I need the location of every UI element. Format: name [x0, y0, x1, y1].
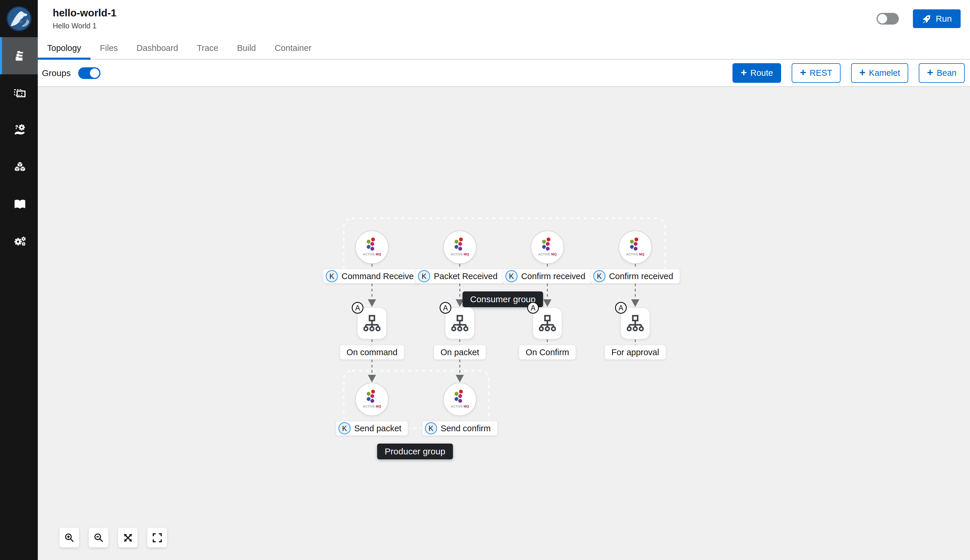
- producer-group-tooltip: Producer group: [377, 443, 453, 459]
- zoom-out-icon: [94, 532, 104, 543]
- activemq-logo-icon: [449, 236, 471, 258]
- node-label-for-approval[interactable]: For approval: [605, 345, 666, 360]
- plus-icon: +: [800, 67, 806, 78]
- sidebar-item-services[interactable]: [0, 112, 38, 148]
- plus-icon: +: [741, 67, 747, 78]
- node-route-for-approval[interactable]: A: [620, 307, 650, 339]
- consumer-group-border: [344, 218, 665, 276]
- node-route-on-confirm[interactable]: A: [532, 307, 562, 339]
- project-header: hello-world-1 Hello World 1 Run: [38, 0, 970, 37]
- activemq-logo-icon: [536, 236, 559, 258]
- node-label-text: On command: [346, 348, 397, 357]
- karavan-app: hello-world-1 Hello World 1 Run Topo: [0, 0, 970, 560]
- kamelet-badge: K: [418, 270, 430, 282]
- groups-toggle-knob: [90, 68, 99, 78]
- node-route-on-packet[interactable]: A: [445, 307, 475, 339]
- tab-trace-label: Trace: [197, 43, 218, 53]
- activemq-logo-icon: [624, 236, 646, 258]
- templates-icon: [13, 86, 27, 100]
- add-kamelet-label: Kamelet: [869, 68, 900, 78]
- tab-trace[interactable]: Trace: [187, 37, 227, 59]
- tab-bar: Topology Files Dashboard Trace Build Con…: [38, 37, 970, 60]
- sitemap-icon: [627, 315, 644, 332]
- sitemap-icon: [363, 315, 380, 332]
- karavan-logo[interactable]: [0, 0, 38, 37]
- canvas-controls: [59, 528, 167, 547]
- sitemap-icon: [539, 315, 556, 332]
- add-kamelet-button[interactable]: + Kamelet: [851, 63, 908, 83]
- expand-arrows-icon: [123, 532, 133, 543]
- zoom-in-button[interactable]: [59, 528, 79, 547]
- header-toggle[interactable]: [876, 13, 899, 25]
- node-route-on-command[interactable]: A: [357, 307, 387, 339]
- gears-icon: [13, 235, 27, 248]
- groups-toggle[interactable]: [78, 67, 100, 79]
- zoom-out-button[interactable]: [89, 528, 109, 547]
- kamelet-badge: K: [593, 270, 605, 282]
- add-route-button[interactable]: + Route: [733, 63, 781, 83]
- node-label-text: Command Received: [341, 272, 414, 281]
- topology-toolbar: Groups + Route + REST + Kamelet: [38, 60, 970, 87]
- tab-dashboard[interactable]: Dashboard: [127, 37, 187, 59]
- route-badge: A: [527, 302, 539, 313]
- node-label-on-confirm[interactable]: On Confirm: [519, 345, 576, 360]
- main-area: hello-world-1 Hello World 1 Run Topo: [38, 0, 970, 560]
- node-label-text: Confirm received: [609, 272, 673, 281]
- edge-arrowheads: [368, 299, 639, 382]
- run-button[interactable]: Run: [913, 9, 961, 28]
- node-label-on-command[interactable]: On command: [340, 345, 404, 360]
- node-activemq-confirm-received-2[interactable]: [619, 230, 652, 264]
- add-bean-button[interactable]: + Bean: [919, 63, 965, 83]
- sidebar-item-projects[interactable]: [0, 37, 38, 74]
- node-label-command-received[interactable]: K Command Received: [323, 269, 421, 283]
- node-label-text: Confirm received: [521, 272, 585, 281]
- node-activemq-send-packet[interactable]: [355, 383, 389, 416]
- sidebar-item-containers[interactable]: [0, 148, 38, 186]
- node-activemq-confirm-received-1[interactable]: [531, 230, 564, 264]
- node-label-text: Packet Received: [434, 272, 498, 281]
- topology-edges: [38, 87, 970, 560]
- tab-container[interactable]: Container: [265, 37, 321, 59]
- zoom-in-icon: [64, 532, 75, 543]
- fullscreen-button[interactable]: [147, 528, 167, 547]
- tab-files[interactable]: Files: [90, 37, 127, 59]
- plus-icon: +: [859, 67, 865, 78]
- add-bean-label: Bean: [937, 68, 957, 78]
- tab-build-label: Build: [237, 43, 256, 53]
- camel-logo-icon: [5, 5, 33, 32]
- node-label-send-confirm[interactable]: K Send confirm: [422, 421, 498, 436]
- activemq-logo-icon: [449, 388, 471, 410]
- rocket-icon: [922, 14, 932, 24]
- topology-canvas[interactable]: Consumer group Producer group K Command …: [38, 87, 970, 560]
- node-activemq-command-received[interactable]: [355, 230, 389, 264]
- fit-to-screen-button[interactable]: [118, 528, 138, 547]
- node-label-packet-received[interactable]: K Packet Received: [415, 269, 504, 283]
- activemq-logo-icon: [361, 388, 383, 410]
- plus-icon: +: [927, 67, 933, 78]
- node-label-text: For approval: [612, 348, 659, 357]
- node-label-confirm-received-1[interactable]: K Confirm received: [503, 269, 592, 283]
- add-route-label: Route: [750, 68, 773, 78]
- cubes-icon: [13, 161, 27, 174]
- kamelet-badge: K: [326, 270, 338, 282]
- node-label-confirm-received-2[interactable]: K Confirm received: [590, 269, 680, 283]
- run-button-label: Run: [936, 14, 952, 24]
- node-label-on-packet[interactable]: On packet: [434, 345, 486, 360]
- add-rest-button[interactable]: + REST: [792, 63, 840, 83]
- tab-build[interactable]: Build: [227, 37, 265, 59]
- tab-topology[interactable]: Topology: [38, 37, 90, 59]
- route-badge: A: [352, 302, 363, 313]
- sidebar-item-knowledgebase[interactable]: [0, 186, 38, 223]
- kamelet-badge: K: [505, 270, 517, 282]
- node-activemq-send-confirm[interactable]: [443, 383, 477, 416]
- route-badge: A: [615, 302, 627, 313]
- node-label-send-packet[interactable]: K Send packet: [336, 421, 408, 436]
- add-rest-label: REST: [809, 68, 832, 78]
- sidebar-item-templates[interactable]: [0, 74, 38, 112]
- sidebar-item-configuration[interactable]: [0, 223, 38, 260]
- node-label-text: Send packet: [354, 424, 401, 433]
- kamelet-badge: K: [338, 422, 351, 435]
- open-book-icon: [13, 198, 27, 211]
- node-label-text: On packet: [440, 348, 479, 357]
- node-activemq-packet-received[interactable]: [443, 230, 477, 264]
